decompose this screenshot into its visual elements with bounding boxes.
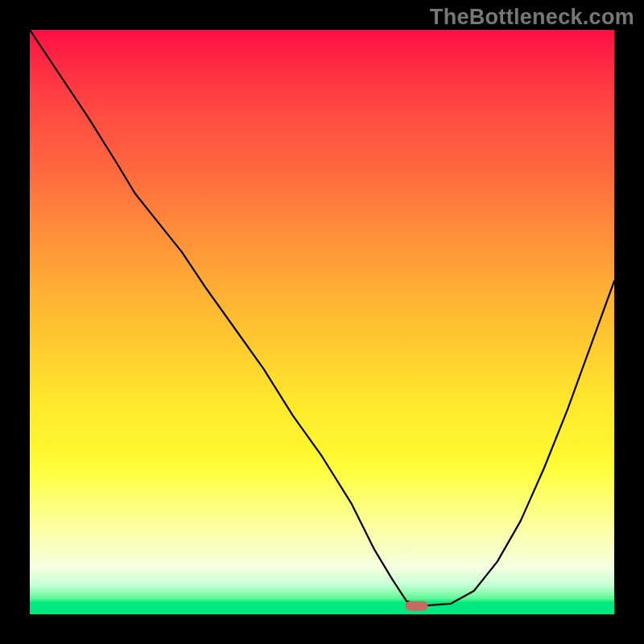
optimal-point-marker [406,601,428,611]
watermark-text: TheBottleneck.com [430,5,634,30]
chart-container: TheBottleneck.com [0,0,644,644]
plot-area [30,30,614,614]
chart-svg [30,30,614,614]
bottleneck-curve [30,30,614,605]
